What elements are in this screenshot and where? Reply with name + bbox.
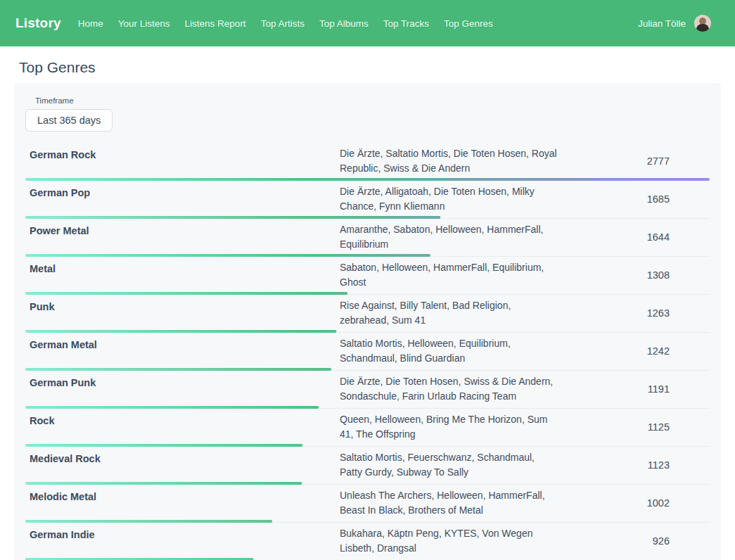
genre-count: 1242 — [558, 344, 710, 359]
genre-artists: Saltatio Mortis, Helloween, Equilibrium,… — [340, 336, 558, 366]
genre-artists: Saltatio Mortis, Feuerschwanz, Schandmau… — [340, 450, 558, 480]
genre-artists: Rise Against, Billy Talent, Bad Religion… — [340, 298, 558, 328]
nav-item-top-artists[interactable]: Top Artists — [261, 18, 305, 29]
genre-artists: Die Ärzte, Die Toten Hosen, Swiss & Die … — [340, 374, 558, 404]
genre-row: Power Metal Amaranthe, Sabaton, Hellowee… — [25, 219, 710, 257]
avatar-body-shape — [696, 24, 709, 32]
genre-count: 1685 — [558, 192, 710, 207]
nav-item-listens-report[interactable]: Listens Report — [185, 18, 246, 29]
genre-name: German Rock — [25, 146, 340, 163]
genre-name: Metal — [25, 260, 340, 276]
genre-row: Melodic Metal Unleash The Archers, Hello… — [25, 485, 710, 523]
main-nav: Home Your Listens Listens Report Top Art… — [78, 18, 493, 29]
genre-count: 1308 — [558, 268, 710, 283]
genre-count: 1002 — [558, 496, 710, 511]
genre-row: Metal Sabaton, Helloween, HammerFall, Eq… — [25, 257, 710, 295]
nav-item-home[interactable]: Home — [78, 18, 103, 29]
genre-artists: Queen, Helloween, Bring Me The Horizon, … — [340, 412, 558, 442]
genre-row: German Rock Die Ärzte, Saltatio Mortis, … — [25, 143, 710, 181]
genre-table: German Rock Die Ärzte, Saltatio Mortis, … — [25, 143, 710, 560]
genre-row: German Punk Die Ärzte, Die Toten Hosen, … — [25, 371, 710, 409]
user-menu[interactable]: Julian Tölle — [638, 15, 711, 32]
genre-artists: Amaranthe, Sabaton, Helloween, HammerFal… — [340, 222, 558, 252]
genre-name: German Indie — [25, 526, 340, 542]
top-genres-card: Timeframe Last 365 days German Rock Die … — [14, 83, 721, 560]
nav-item-top-tracks[interactable]: Top Tracks — [383, 18, 429, 29]
genre-name: German Pop — [25, 184, 340, 201]
nav-item-top-albums[interactable]: Top Albums — [319, 18, 369, 29]
page-title: Top Genres — [19, 59, 735, 76]
nav-item-top-genres[interactable]: Top Genres — [444, 18, 493, 29]
genre-name: Punk — [25, 298, 340, 314]
genre-name: German Punk — [25, 374, 340, 390]
genre-artists: Unleash The Archers, Helloween, HammerFa… — [340, 488, 558, 518]
genre-row: German Indie Bukahara, Käptn Peng, KYTES… — [25, 523, 710, 560]
nav-item-your-listens[interactable]: Your Listens — [118, 18, 170, 29]
genre-row: Medieval Rock Saltatio Mortis, Feuerschw… — [25, 447, 710, 485]
app-header: Listory Home Your Listens Listens Report… — [0, 0, 735, 46]
genre-count: 2777 — [558, 154, 710, 169]
app-logo[interactable]: Listory — [15, 15, 61, 31]
genre-name: Power Metal — [25, 222, 340, 238]
genre-name: Medieval Rock — [25, 450, 340, 466]
genre-count: 1644 — [558, 230, 710, 245]
genre-artists: Die Ärzte, Saltatio Mortis, Die Toten Ho… — [340, 146, 558, 176]
genre-count: 926 — [558, 534, 710, 549]
timeframe-select-button[interactable]: Last 365 days — [25, 109, 113, 132]
genre-count: 1191 — [558, 382, 710, 397]
user-name: Julian Tölle — [638, 18, 686, 29]
timeframe-label: Timeframe — [35, 96, 710, 105]
genre-name: Melodic Metal — [25, 488, 340, 504]
genre-count: 1125 — [558, 420, 710, 435]
genre-name: Rock — [25, 412, 340, 428]
genre-artists: Sabaton, Helloween, HammerFall, Equilibr… — [340, 260, 558, 290]
genre-row: German Metal Saltatio Mortis, Helloween,… — [25, 333, 710, 371]
genre-row: Rock Queen, Helloween, Bring Me The Hori… — [25, 409, 710, 447]
user-avatar[interactable] — [694, 15, 711, 32]
genre-count: 1263 — [558, 306, 710, 321]
genre-name: German Metal — [25, 336, 340, 352]
genre-row: German Pop Die Ärzte, Alligatoah, Die To… — [25, 181, 710, 219]
genre-artists: Die Ärzte, Alligatoah, Die Toten Hosen, … — [340, 184, 558, 214]
genre-count: 1123 — [558, 458, 710, 473]
genre-row: Punk Rise Against, Billy Talent, Bad Rel… — [25, 295, 710, 333]
genre-artists: Bukahara, Käptn Peng, KYTES, Von Wegen L… — [340, 526, 558, 556]
